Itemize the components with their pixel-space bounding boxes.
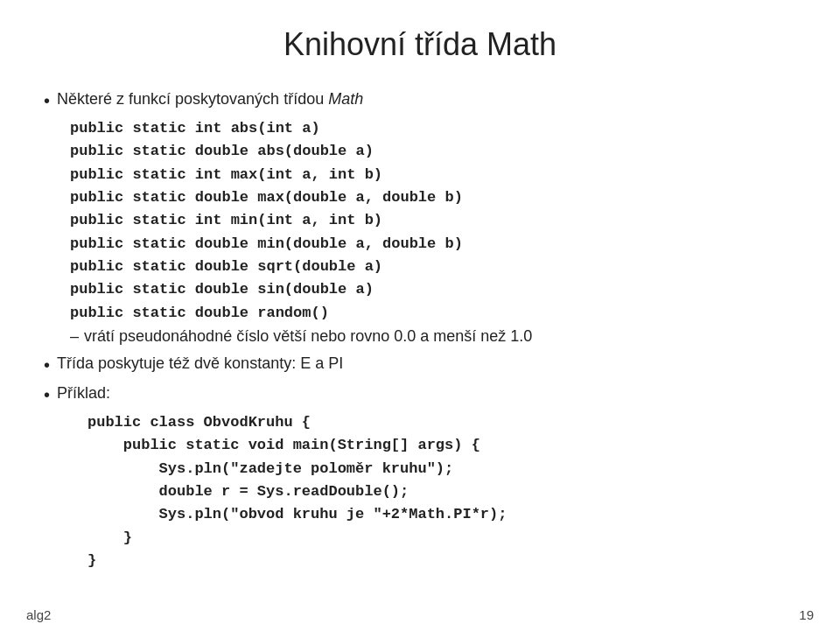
example-line-4: Sys.pln("obvod kruhu je "+2*Math.PI*r); [88,503,796,526]
code-line-1: public static double abs(double a) [70,140,796,163]
intro-text: Některé z funkcí poskytovaných třídou [57,90,328,108]
code-line-6: public static double sqrt(double a) [70,256,796,278]
bullet-text-2: Třída poskytuje též dvě konstanty: E a P… [57,352,343,375]
example-line-5: } [88,527,796,550]
bullet-item-1: • Některé z funkcí poskytovaných třídou … [44,88,796,114]
code-line-0: public static int abs(int a) [70,117,796,140]
bullet-icon-1: • [44,88,50,114]
example-line-3: double r = Sys.readDouble(); [88,480,796,503]
code-line-4: public static int min(int a, int b) [70,209,796,232]
bullet-item-2: • Třída poskytuje též dvě konstanty: E a… [44,352,796,378]
bullet-icon-2: • [44,352,50,378]
bullet-text-3: Příklad: [57,382,110,405]
bullet-icon-3: • [44,382,50,408]
dash-icon: – [70,325,79,348]
slide-footer: alg2 19 [26,607,814,622]
example-line-0: public class ObvodKruhu { [88,411,796,434]
content-area: • Některé z funkcí poskytovaných třídou … [44,88,796,573]
code-line-7: public static double sin(double a) [70,278,796,301]
dash-item: – vrátí pseudonáhodné číslo větší nebo r… [70,325,796,348]
example-code-block: public class ObvodKruhu { public static … [88,411,796,572]
intro-italic: Math [328,90,363,108]
footer-left: alg2 [26,607,51,622]
slide-title: Knihovní třída Math [44,26,796,63]
footer-right: 19 [799,607,814,622]
math-code-block: public static int abs(int a) public stat… [70,117,796,325]
code-line-8: public static double random() [70,302,796,325]
bullet-text-1: Některé z funkcí poskytovaných třídou Ma… [57,88,363,111]
bullet-item-3: • Příklad: [44,382,796,408]
slide: Knihovní třída Math • Některé z funkcí p… [0,0,840,638]
example-line-6: } [88,550,796,572]
code-line-5: public static double min(double a, doubl… [70,233,796,256]
example-line-1: public static void main(String[] args) { [88,434,796,457]
example-line-2: Sys.pln("zadejte poloměr kruhu"); [88,458,796,480]
code-line-2: public static int max(int a, int b) [70,164,796,186]
code-line-3: public static double max(double a, doubl… [70,186,796,209]
dash-text: vrátí pseudonáhodné číslo větší nebo rov… [84,325,532,348]
